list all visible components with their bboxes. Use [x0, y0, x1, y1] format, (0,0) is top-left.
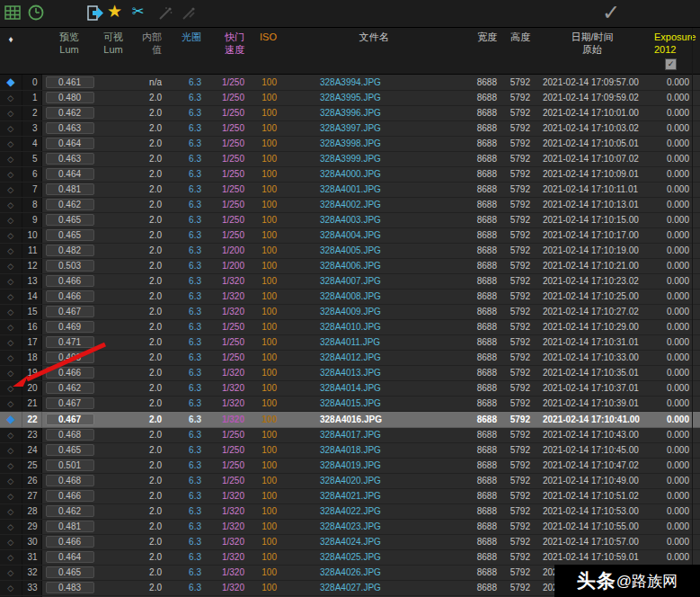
- iso-cell: 100: [248, 305, 280, 320]
- column-header-height[interactable]: 高度: [500, 28, 534, 75]
- keyframe-cell[interactable]: ◆: [0, 75, 22, 91]
- column-header-internal-value[interactable]: 内部 值: [129, 28, 167, 75]
- table-row[interactable]: ◆ 0 0.461 n/a 6.3 1/250 100 328A3994.JPG…: [0, 75, 700, 91]
- keyframe-cell[interactable]: ◇: [0, 213, 22, 228]
- datetime-cell: 2021-02-14 17:10:45.00: [534, 443, 651, 459]
- datetime-cell: 2021-02-14 17:10:17.00: [534, 228, 651, 244]
- column-header-aperture[interactable]: 光圈: [167, 28, 205, 75]
- table-row[interactable]: ◇ 3 0.463 2.0 6.3 1/250 100 328A3997.JPG…: [0, 121, 700, 137]
- keyframe-cell[interactable]: ◇: [0, 259, 22, 274]
- keyframe-cell[interactable]: ◇: [0, 535, 22, 550]
- table-row[interactable]: ◇ 29 0.481 2.0 6.3 1/320 100 328A4023.JP…: [0, 520, 700, 535]
- table-row[interactable]: ◇ 11 0.482 2.0 6.3 1/200 100 328A4005.JP…: [0, 244, 700, 259]
- table-row[interactable]: ◇ 8 0.462 2.0 6.3 1/250 100 328A4002.JPG…: [0, 198, 700, 213]
- table-row[interactable]: ◇ 23 0.468 2.0 6.3 1/250 100 328A4017.JP…: [0, 428, 700, 443]
- exposure-2012-checkbox[interactable]: ✓: [665, 58, 677, 70]
- table-row[interactable]: ◇ 26 0.468 2.0 6.3 1/250 100 328A4020.JP…: [0, 474, 700, 489]
- table-row[interactable]: ◇ 9 0.465 2.0 6.3 1/250 100 328A4003.JPG…: [0, 213, 700, 228]
- aperture-cell: 6.3: [167, 91, 205, 106]
- table-row[interactable]: ◇ 27 0.466 2.0 6.3 1/320 100 328A4021.JP…: [0, 489, 700, 504]
- keyframe-cell[interactable]: ◇: [0, 198, 22, 213]
- keyframe-cell[interactable]: ◇: [0, 520, 22, 535]
- table-row[interactable]: ◇ 15 0.467 2.0 6.3 1/320 100 328A4009.JP…: [0, 305, 700, 320]
- table-row[interactable]: ◇ 18 0.498 2.0 6.3 1/250 100 328A4012.JP…: [0, 351, 700, 366]
- table-row[interactable]: ◇ 12 0.503 2.0 6.3 1/200 100 328A4006.JP…: [0, 259, 700, 274]
- table-row[interactable]: ◇ 30 0.466 2.0 6.3 1/320 100 328A4024.JP…: [0, 535, 700, 550]
- table-row[interactable]: ◇ 7 0.481 2.0 6.3 1/250 100 328A4001.JPG…: [0, 183, 700, 198]
- keyframe-cell[interactable]: ◇: [0, 351, 22, 366]
- table-view-icon[interactable]: [4, 4, 22, 22]
- width-cell: 8688: [467, 550, 500, 566]
- column-header-filename[interactable]: 文件名: [280, 28, 467, 75]
- star-keyframe-icon[interactable]: ★: [107, 2, 122, 22]
- table-row[interactable]: ◇ 4 0.464 2.0 6.3 1/250 100 328A3998.JPG…: [0, 137, 700, 152]
- keyframe-cell[interactable]: ◇: [0, 428, 22, 443]
- keyframe-cell[interactable]: ◇: [0, 335, 22, 351]
- table-row[interactable]: ◇ 10 0.465 2.0 6.3 1/250 100 328A4004.JP…: [0, 228, 700, 244]
- keyframe-cell[interactable]: ◇: [0, 320, 22, 335]
- table-row[interactable]: ◇ 1 0.480 2.0 6.3 1/250 100 328A3995.JPG…: [0, 91, 700, 106]
- aperture-cell: 6.3: [167, 351, 205, 366]
- column-header-shutter[interactable]: 快门 速度: [205, 28, 248, 75]
- filename-cell: 328A4018.JPG: [280, 443, 467, 459]
- keyframe-cell[interactable]: ◇: [0, 121, 22, 137]
- width-cell: 8688: [467, 259, 500, 274]
- table-row[interactable]: ◇ 20 0.462 2.0 6.3 1/320 100 328A4014.JP…: [0, 381, 700, 397]
- keyframe-wand-icon-1[interactable]: [157, 5, 173, 22]
- keyframe-cell[interactable]: ◇: [0, 290, 22, 305]
- height-cell: 5792: [500, 228, 534, 244]
- clock-icon[interactable]: [27, 4, 45, 22]
- iso-cell: 100: [248, 290, 280, 305]
- table-row[interactable]: ◇ 6 0.464 2.0 6.3 1/250 100 328A4000.JPG…: [0, 167, 700, 183]
- scissors-cut-icon[interactable]: ✂: [132, 3, 144, 21]
- keyframe-cell[interactable]: ◇: [0, 274, 22, 290]
- keyframe-cell[interactable]: ◇: [0, 489, 22, 504]
- keyframe-cell[interactable]: ◇: [0, 381, 22, 397]
- table-row[interactable]: ◇ 31 0.464 2.0 6.3 1/320 100 328A4025.JP…: [0, 550, 700, 566]
- keyframe-cell[interactable]: ◇: [0, 183, 22, 198]
- table-row[interactable]: ◆ 22 0.467 2.0 6.3 1/320 100 328A4016.JP…: [0, 412, 700, 428]
- keyframe-cell[interactable]: ◇: [0, 581, 22, 596]
- shutter-cell: 1/200: [205, 259, 248, 274]
- keyframe-cell[interactable]: ◇: [0, 459, 22, 474]
- keyframe-cell[interactable]: ◇: [0, 397, 22, 412]
- table-row[interactable]: ◇ 5 0.463 2.0 6.3 1/250 100 328A3999.JPG…: [0, 152, 700, 167]
- keyframe-wand-icon-2[interactable]: [181, 5, 197, 22]
- keyframe-cell[interactable]: ◇: [0, 443, 22, 459]
- keyframe-cell[interactable]: ◇: [0, 474, 22, 489]
- keyframe-cell[interactable]: ◇: [0, 244, 22, 259]
- filename-cell: 328A4022.JPG: [280, 504, 467, 520]
- keyframe-cell[interactable]: ◇: [0, 550, 22, 566]
- apply-check-icon[interactable]: ✓: [602, 0, 620, 26]
- keyframe-cell[interactable]: ◇: [0, 167, 22, 183]
- column-header-index[interactable]: [22, 28, 41, 75]
- table-row[interactable]: ◇ 28 0.462 2.0 6.3 1/320 100 328A4022.JP…: [0, 504, 700, 520]
- keyframe-cell[interactable]: ◇: [0, 566, 22, 581]
- export-icon[interactable]: [85, 4, 105, 23]
- column-header-keyframe[interactable]: ♦: [0, 28, 22, 75]
- column-header-width[interactable]: 宽度: [467, 28, 500, 75]
- table-row[interactable]: ◇ 25 0.501 2.0 6.3 1/250 100 328A4019.JP…: [0, 459, 700, 474]
- column-header-datetime-original[interactable]: 日期/时间 原始: [534, 28, 651, 75]
- keyframe-cell[interactable]: ◇: [0, 305, 22, 320]
- keyframe-cell[interactable]: ◇: [0, 91, 22, 106]
- table-row[interactable]: ◇ 19 0.466 2.0 6.3 1/320 100 328A4013.JP…: [0, 366, 700, 381]
- table-row[interactable]: ◇ 16 0.469 2.0 6.3 1/250 100 328A4010.JP…: [0, 320, 700, 335]
- keyframe-cell[interactable]: ◇: [0, 504, 22, 520]
- table-row[interactable]: ◇ 21 0.467 2.0 6.3 1/320 100 328A4015.JP…: [0, 397, 700, 412]
- preview-lum-value: 0.462: [46, 107, 94, 119]
- keyframe-cell[interactable]: ◇: [0, 152, 22, 167]
- table-row[interactable]: ◇ 14 0.466 2.0 6.3 1/320 100 328A4008.JP…: [0, 290, 700, 305]
- keyframe-cell[interactable]: ◇: [0, 228, 22, 244]
- column-header-visible-lum[interactable]: 可视 Lum: [97, 28, 129, 75]
- table-row[interactable]: ◇ 17 0.471 2.0 6.3 1/250 100 328A4011.JP…: [0, 335, 700, 351]
- table-row[interactable]: ◇ 2 0.462 2.0 6.3 1/250 100 328A3996.JPG…: [0, 106, 700, 121]
- keyframe-cell[interactable]: ◇: [0, 137, 22, 152]
- column-header-iso[interactable]: ISO: [248, 28, 280, 75]
- table-row[interactable]: ◇ 24 0.465 2.0 6.3 1/250 100 328A4018.JP…: [0, 443, 700, 459]
- table-row[interactable]: ◇ 13 0.466 2.0 6.3 1/320 100 328A4007.JP…: [0, 274, 700, 290]
- column-header-preview-lum[interactable]: 预览 Lum: [41, 28, 97, 75]
- keyframe-cell[interactable]: ◇: [0, 106, 22, 121]
- keyframe-cell[interactable]: ◆: [0, 412, 22, 428]
- keyframe-cell[interactable]: ◇: [0, 366, 22, 381]
